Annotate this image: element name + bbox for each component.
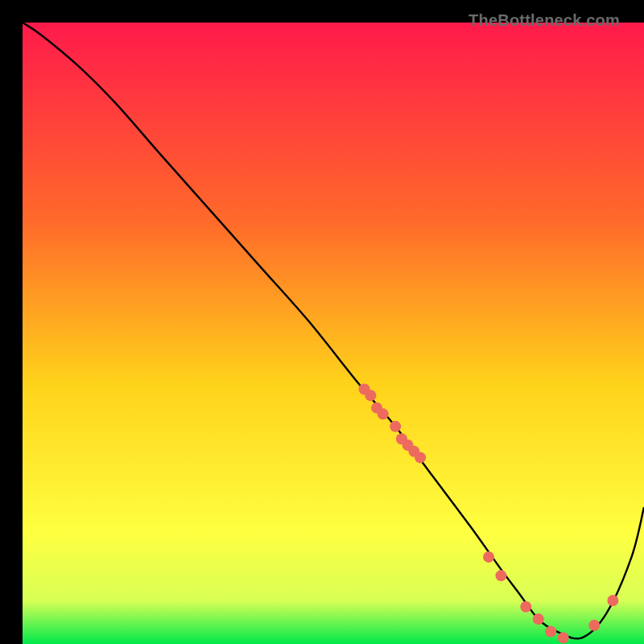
highlight-point bbox=[495, 570, 506, 581]
plot-area bbox=[23, 23, 644, 644]
gradient-background bbox=[23, 23, 644, 644]
highlight-point bbox=[607, 595, 618, 606]
highlight-point bbox=[545, 626, 556, 638]
watermark-text: TheBottleneck.com bbox=[469, 11, 620, 30]
highlight-point bbox=[533, 613, 544, 625]
highlight-point bbox=[483, 551, 494, 563]
highlight-point bbox=[365, 390, 376, 401]
highlight-point bbox=[520, 601, 531, 613]
chart-frame: TheBottleneck.com bbox=[11, 11, 633, 633]
highlight-point bbox=[558, 632, 569, 643]
chart-svg bbox=[23, 23, 644, 644]
highlight-point bbox=[378, 408, 389, 419]
highlight-point bbox=[415, 452, 426, 463]
highlight-point bbox=[390, 421, 401, 432]
highlight-point bbox=[588, 620, 600, 631]
